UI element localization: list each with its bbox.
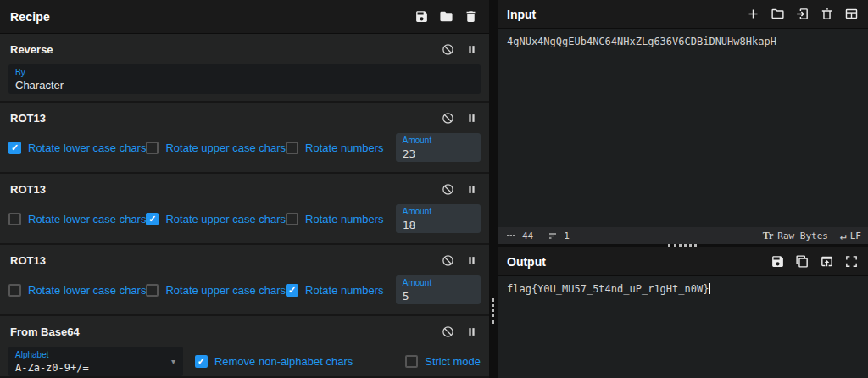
input-title: Input (507, 8, 536, 21)
maximise-output-icon[interactable] (843, 253, 860, 270)
disable-operation-icon[interactable] (440, 181, 455, 197)
checkbox-unchecked-icon (405, 355, 418, 368)
horizontal-splitter[interactable] (498, 244, 868, 247)
checkbox-rotate-upper[interactable]: Rotate upper case chars (146, 142, 286, 154)
operation-reverse[interactable]: Reverse By Character (0, 34, 489, 101)
rot13-amount-input[interactable]: Amount 18 (396, 204, 481, 233)
ingredient-row: Rotate lower case chars Rotate upper cas… (8, 275, 481, 304)
checkbox-remove-non-alphabet[interactable]: ✓ Remove non-alphabet chars (195, 355, 353, 368)
rot13-amount-input[interactable]: Amount 5 (396, 275, 481, 304)
ingredient-row: Alphabet A-Za-z0-9+/= ▾ ✓ Remove non-alp… (8, 347, 481, 376)
vertical-splitter[interactable] (489, 0, 498, 378)
checkbox-checked-icon: ✓ (195, 355, 208, 368)
field-label: Amount (403, 278, 474, 288)
character-encoding-icon[interactable]: Tr (763, 230, 773, 242)
operation-rot13-2[interactable]: ROT13 Rotate lower case chars ✓ (0, 174, 489, 243)
horizontal-splitter-handle[interactable] (668, 244, 697, 247)
operation-header[interactable]: From Base64 (8, 316, 481, 342)
output-title: Output (507, 255, 546, 269)
checkbox-rotate-lower[interactable]: Rotate lower case chars (8, 284, 146, 297)
recipe-title: Recipe (10, 10, 50, 24)
character-count: 44 (522, 231, 533, 242)
line-count: 1 (564, 231, 570, 242)
line-ending-return-icon[interactable]: ↵ (840, 230, 847, 242)
io-column: Input 4gNUx4NgQgEUb4NC64NHxZLg636V6CDBiD… (498, 0, 868, 378)
checkbox-rotate-lower[interactable]: ✓ Rotate lower case chars (8, 142, 146, 154)
checkbox-checked-icon: ✓ (286, 284, 298, 297)
open-folder-icon[interactable] (769, 6, 786, 23)
input-textarea[interactable]: 4gNUx4NgQgEUb4NC64NHxZLg636V6CDBiDNUHw8H… (498, 29, 868, 227)
operation-from-base64[interactable]: From Base64 Alphabet A-Za-z0-9+/= ▾ (0, 316, 489, 376)
save-recipe-icon[interactable] (413, 8, 430, 25)
operation-header[interactable]: ROT13 (8, 103, 481, 129)
chevron-down-icon: ▾ (171, 357, 175, 366)
ingredient-row: ✓ Rotate lower case chars Rotate upper c… (8, 133, 481, 162)
disable-operation-icon[interactable] (440, 253, 455, 268)
cyberchef-app: Recipe Reverse (0, 0, 868, 378)
operation-rot13-1[interactable]: ROT13 ✓ Rotate lower case chars (0, 103, 489, 172)
output-textarea[interactable]: flag{Y0U_MU57_5t4nd_uP_r1gHt_n0W} (498, 276, 868, 378)
load-recipe-folder-icon[interactable] (437, 8, 454, 25)
checkbox-rotate-numbers[interactable]: ✓ Rotate numbers (286, 284, 396, 297)
checkbox-checked-icon: ✓ (146, 213, 159, 225)
open-file-as-input-icon[interactable] (793, 6, 810, 23)
vertical-splitter-handle[interactable] (492, 298, 494, 324)
ingredient-row: By Character (8, 64, 481, 94)
breakpoint-pause-icon[interactable] (464, 42, 479, 57)
operation-header[interactable]: Reverse (8, 34, 481, 60)
breakpoint-pause-icon[interactable] (464, 324, 479, 339)
operation-name: ROT13 (10, 183, 46, 196)
clear-io-trash-icon[interactable] (818, 6, 835, 23)
save-output-icon[interactable] (769, 253, 786, 270)
input-status-bar: 44 1 Tr Raw Bytes ↵ LF (498, 227, 868, 244)
output-title-bar: Output (498, 247, 868, 276)
checkbox-unchecked-icon (8, 213, 21, 225)
reverse-by-select[interactable]: By Character (8, 64, 481, 94)
copy-output-icon[interactable] (793, 253, 810, 270)
checkbox-checked-icon: ✓ (8, 142, 21, 154)
replace-input-with-output-icon[interactable] (818, 253, 835, 270)
checkbox-unchecked-icon (8, 284, 21, 297)
checkbox-unchecked-icon (146, 284, 159, 297)
checkbox-rotate-upper[interactable]: Rotate upper case chars (146, 284, 286, 297)
checkbox-rotate-numbers[interactable]: Rotate numbers (286, 142, 396, 154)
operation-name: Reverse (10, 43, 53, 56)
breakpoint-pause-icon[interactable] (464, 181, 479, 197)
output-text: flag{Y0U_MU57_5t4nd_uP_r1gHt_n0W} (507, 283, 709, 295)
field-label: Alphabet (15, 350, 176, 359)
field-value: Character (15, 79, 64, 92)
character-encoding-value[interactable]: Raw Bytes (777, 231, 828, 242)
checkbox-rotate-lower[interactable]: Rotate lower case chars (8, 213, 146, 225)
input-text: 4gNUx4NgQgEUb4NC64NHxZLg636V6CDBiDNUHw8H… (507, 36, 776, 47)
operation-name: From Base64 (10, 325, 80, 338)
breakpoint-pause-icon[interactable] (464, 253, 479, 268)
line-ending-value[interactable]: LF (850, 231, 861, 242)
line-count-icon (547, 230, 560, 242)
disable-operation-icon[interactable] (440, 42, 455, 57)
disable-operation-icon[interactable] (440, 324, 455, 339)
operation-name: ROT13 (10, 254, 46, 267)
checkbox-unchecked-icon (286, 213, 298, 225)
field-label: Amount (403, 207, 474, 217)
recipe-title-bar: Recipe (0, 0, 489, 34)
clear-recipe-trash-icon[interactable] (462, 8, 479, 25)
operation-header[interactable]: ROT13 (8, 174, 481, 200)
add-input-tab-icon[interactable] (744, 6, 761, 23)
breakpoint-pause-icon[interactable] (464, 110, 479, 125)
checkbox-unchecked-icon (286, 142, 298, 154)
operation-rot13-3[interactable]: ROT13 Rotate lower case chars (0, 245, 489, 314)
text-cursor (709, 283, 710, 294)
base64-alphabet-select[interactable]: Alphabet A-Za-z0-9+/= ▾ (8, 347, 183, 376)
input-tab-layout-icon[interactable] (843, 6, 860, 23)
recipe-operation-list: Reverse By Character (0, 34, 489, 378)
rot13-amount-input[interactable]: Amount 23 (396, 133, 481, 162)
checkbox-rotate-numbers[interactable]: Rotate numbers (286, 213, 396, 225)
checkbox-strict-mode[interactable]: Strict mode (405, 355, 481, 368)
field-value: 23 (403, 147, 416, 160)
field-label: Amount (403, 136, 474, 146)
operation-header[interactable]: ROT13 (8, 245, 481, 271)
field-value: A-Za-z0-9+/= (15, 362, 89, 374)
disable-operation-icon[interactable] (440, 110, 455, 125)
checkbox-rotate-upper[interactable]: ✓ Rotate upper case chars (146, 213, 286, 225)
field-value: 5 (403, 290, 409, 303)
